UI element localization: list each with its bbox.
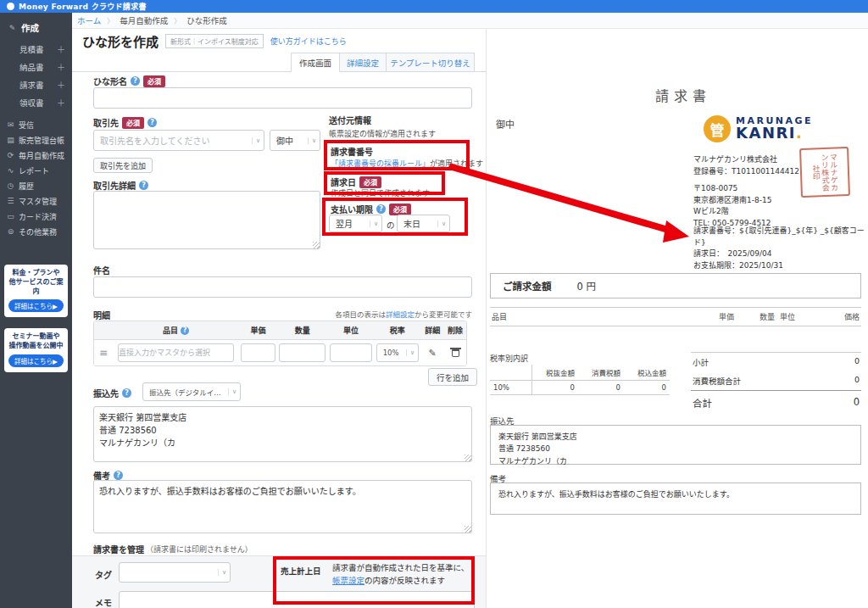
template-name-label: ひな形名	[93, 75, 127, 87]
totals-block: 小計0 消費税額合計0 合計0	[691, 352, 861, 413]
tab-detail-settings[interactable]: 詳細設定	[339, 53, 387, 72]
line-item-row: ≡ 10% ∨ ✎	[94, 340, 466, 365]
sidebar-item-history[interactable]: ◷ 履歴	[0, 178, 72, 193]
sender-info-title: 送付元情報	[329, 114, 371, 126]
misc-icon: ⊚	[6, 227, 15, 236]
sidebar-item-invoice[interactable]: 請求書 ＋	[0, 75, 72, 93]
drag-handle-icon[interactable]: ≡	[99, 347, 108, 359]
line-items-label: 明細	[93, 309, 110, 321]
sidebar-item-delivery[interactable]: 納品書 ＋	[0, 58, 72, 75]
subject-input[interactable]	[93, 276, 472, 298]
sidebar-item-sales-ledger[interactable]: ▤ 販売管理台帳	[0, 132, 72, 148]
due-day-dropdown[interactable]: 末日 ∨	[397, 215, 450, 232]
usage-guide-link[interactable]: 使い方ガイドはこちら	[270, 36, 347, 47]
chevron-down-icon: ∨	[370, 220, 378, 227]
company-address1: 東京都港区港南1-8-15	[693, 195, 799, 207]
memo-label: メモ	[95, 596, 112, 608]
unit-input[interactable]	[330, 343, 372, 362]
line-items-note: 各項目の表示は詳細設定から変更可能です	[254, 309, 472, 319]
breadcrumb-home[interactable]: ホーム	[77, 14, 101, 26]
promo-details-button[interactable]: 詳細はこちら▶	[8, 354, 64, 367]
billed-amount-label: ご請求金額	[503, 279, 552, 293]
top-app-bar: Money Forward クラウド請求書	[0, 0, 868, 13]
plus-icon[interactable]: ＋	[57, 78, 65, 91]
app-brand: Money Forward クラウド請求書	[19, 1, 147, 12]
sidebar-nav: ✎ 作成 見積書 ＋ 納品書 ＋ 請求書 ＋ 領収書 ＋ ✉ 受信 ▤ 販売管理…	[0, 13, 72, 608]
chevron-right-icon: 〉	[174, 16, 181, 25]
sidebar-item-inbox[interactable]: ✉ 受信	[0, 117, 72, 132]
sidebar-item-receipt[interactable]: 領収書 ＋	[0, 93, 72, 111]
trash-icon[interactable]	[452, 349, 459, 357]
memo-textarea[interactable]	[119, 591, 475, 608]
breadcrumb-monthly-auto[interactable]: 毎月自動作成	[120, 14, 168, 26]
report-settings-link[interactable]: 帳票設定	[332, 576, 364, 585]
company-name: マルナゲカンリ株式会社	[693, 154, 799, 166]
tag-label: タグ	[95, 568, 112, 581]
preview-attention: 御中	[496, 117, 515, 131]
sidebar-item-create[interactable]: ✎ 作成	[0, 13, 72, 40]
promo-pricing-banner[interactable]: 料金・プランや 他サービスのご案内 詳細はこちら▶	[4, 265, 68, 317]
sidebar-item-monthly-auto-create[interactable]: ⟳ 毎月自動作成	[0, 148, 72, 163]
honorific-dropdown[interactable]: 御中 ∨	[270, 130, 320, 151]
preview-col-price: 価格	[809, 311, 860, 322]
item-name-input[interactable]	[118, 343, 234, 362]
promo-seminar-banner[interactable]: セミナー動画や 操作動画を公開中 詳細はこちら▶	[4, 328, 68, 372]
chevron-right-icon: 〉	[107, 16, 114, 25]
plus-icon[interactable]: ＋	[57, 96, 65, 109]
subject-label: 件名	[93, 264, 110, 276]
tab-template-switch[interactable]: テンプレート切り替え	[386, 53, 475, 72]
sidebar-item-quote[interactable]: 見積書 ＋	[0, 40, 72, 58]
billed-amount-box: ご請求金額 0 円	[490, 273, 861, 298]
preview-bank-box: 楽天銀行 第四営業支店 普通 7238560 マルナゲカンリ（カ	[490, 425, 861, 465]
clock-icon: ◷	[6, 181, 15, 190]
plus-icon[interactable]: ＋	[57, 60, 65, 73]
company-logo-mark-icon: 管	[704, 115, 731, 142]
chevron-down-icon: ∨	[218, 569, 226, 576]
tag-dropdown[interactable]: ∨	[119, 562, 231, 583]
help-icon[interactable]: ?	[114, 471, 123, 480]
required-badge: 必須	[143, 75, 165, 87]
client-name-combobox[interactable]: 取引先名を入力してください ∨	[93, 130, 264, 151]
tax-rate-dropdown[interactable]: 10% ∨	[376, 343, 419, 362]
promo-details-button[interactable]: 詳細はこちら▶	[8, 299, 64, 312]
client-detail-textarea[interactable]	[93, 191, 320, 249]
tax-breakdown-table: 税抜金額 消費税額 税込金額 10% 0 0 0	[490, 365, 670, 395]
invoice-format-badge: 新形式｜インボイス制度対応	[165, 34, 264, 48]
edit-pencil-icon[interactable]: ✎	[429, 348, 437, 359]
tab-create-screen[interactable]: 作成画面	[291, 53, 340, 72]
add-row-button[interactable]: 行を追加	[428, 368, 477, 386]
breadcrumb: ホーム 〉 毎月自動作成 〉 ひな形作成	[72, 13, 868, 29]
sales-date-note: 請求書が自動作成された日を基準に、帳票設定の内容が反映されます	[332, 562, 470, 587]
subtotal-label: 小計	[693, 356, 709, 368]
add-client-button[interactable]: 取引先を追加	[93, 158, 153, 173]
chevron-down-icon: ∨	[406, 349, 415, 356]
help-icon[interactable]: ?	[139, 181, 148, 190]
sidebar-item-report[interactable]: ∿ レポート	[0, 163, 72, 178]
plus-icon[interactable]: ＋	[57, 42, 65, 55]
bank-account-dropdown[interactable]: 振込先（デジタルインボイス ∨	[142, 382, 241, 401]
sidebar-item-card-payment[interactable]: ▭ カード決済	[0, 209, 72, 224]
notes-textarea[interactable]: 恐れ入りますが、振込手数料はお客様のご負担でお願いいたします。	[93, 480, 472, 533]
template-name-input[interactable]	[93, 87, 472, 109]
help-icon[interactable]: ?	[181, 326, 189, 335]
help-icon[interactable]: ?	[147, 118, 157, 127]
sidebar-item-other[interactable]: ⊚ その他業務	[0, 224, 72, 239]
breadcrumb-current: ひな形作成	[186, 14, 227, 26]
numbering-rule-link[interactable]: 「請求書番号の採番ルール」	[331, 159, 430, 168]
page-title: ひな形を作成	[82, 32, 159, 50]
invoice-number-label: 請求書番号	[331, 145, 373, 158]
client-label: 取引先	[93, 116, 119, 129]
due-month-dropdown[interactable]: 翌月 ∨	[329, 215, 382, 232]
help-icon[interactable]: ?	[122, 388, 131, 398]
unit-price-input[interactable]	[241, 343, 275, 362]
client-detail-label: 取引先詳細	[93, 179, 136, 192]
pencil-icon: ✎	[8, 24, 17, 32]
bank-account-textarea[interactable]: 楽天銀行 第四営業支店 普通 7238560 マルナゲカンリ（カ	[93, 406, 472, 462]
detail-settings-link[interactable]: 詳細設定	[386, 310, 415, 319]
qty-input[interactable]	[279, 343, 326, 362]
ledger-icon: ▤	[6, 136, 15, 144]
grand-total-value: 0	[854, 396, 860, 410]
help-icon[interactable]: ?	[376, 204, 386, 214]
help-icon[interactable]: ?	[131, 76, 140, 86]
sidebar-item-master[interactable]: ☰ マスタ管理	[0, 193, 72, 209]
